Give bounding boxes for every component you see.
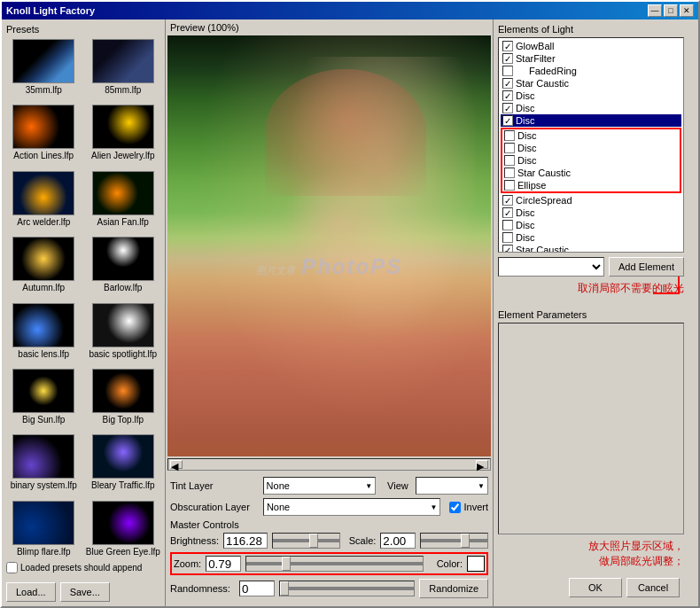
tint-layer-label: Tint Layer [170,480,259,491]
scale-input[interactable] [380,533,416,549]
tint-layer-dropdown[interactable]: None ▼ [263,477,377,495]
preview-photo [167,35,491,456]
maximize-button[interactable]: □ [664,4,678,17]
element-checkbox[interactable] [504,130,515,141]
add-element-dropdown[interactable] [498,257,604,277]
element-item-glowball[interactable]: ✓ GlowBall [501,40,681,52]
element-item-disc5[interactable]: Disc [502,142,680,154]
element-item-starcaustic3[interactable]: ✓ Star Caustic [501,244,681,253]
element-checkbox[interactable] [504,143,515,153]
element-checkbox[interactable] [502,232,513,243]
randomness-slider[interactable] [279,581,415,596]
invert-checkbox[interactable] [449,502,461,513]
element-checkbox[interactable]: ✓ [502,115,513,126]
element-checkbox[interactable] [504,180,515,191]
element-item-disc7[interactable]: ✓ Disc [501,207,681,219]
loaded-presets-checkbox[interactable] [6,562,18,573]
element-checkbox[interactable] [502,66,513,76]
element-checkbox[interactable] [504,155,515,166]
preset-item[interactable]: Barlow.lfp [86,237,161,298]
preset-item[interactable]: Big Top.lfp [86,369,161,430]
element-checkbox[interactable]: ✓ [502,103,513,113]
preset-item[interactable]: Bleary Traffic.lfp [86,434,161,495]
randomize-button[interactable]: Randomize [419,579,488,598]
ok-button[interactable]: OK [569,578,622,597]
zoom-input[interactable] [206,556,241,572]
element-item-disc9[interactable]: Disc [501,231,681,244]
preset-name: Barlow.lfp [104,283,142,292]
element-checkbox[interactable]: ✓ [502,90,513,101]
element-item-disc4[interactable]: Disc [502,129,680,142]
add-element-button[interactable]: Add Element [609,257,684,277]
preset-item[interactable]: basic spotlight.lfp [86,303,161,364]
view-dropdown[interactable]: ▼ [416,477,488,495]
zoom-slider[interactable] [245,556,423,572]
element-name: Disc [517,155,536,166]
scroll-left-btn[interactable]: ◀ [170,460,183,469]
preset-item[interactable]: Action Lines.lfp [6,105,82,166]
element-name: Disc [516,232,534,243]
preview-scrollbar-h[interactable]: ◀ ▶ [167,458,491,471]
preset-item[interactable]: Blue Green Eye.lfp [86,501,161,562]
preset-name: Action Lines.lfp [13,151,74,160]
brightness-label: Brightness: [170,535,219,546]
load-button[interactable]: Load... [6,582,56,602]
element-params-box [498,323,684,534]
preset-name: Asian Fan.lfp [97,217,149,227]
element-checkbox[interactable]: ✓ [502,207,513,218]
preset-item[interactable]: basic lens.lfp [6,303,82,364]
element-checkbox[interactable] [502,220,513,230]
preview-header: Preview (100%) [166,19,493,35]
element-item-starfilter[interactable]: ✓ StarFilter [501,52,681,65]
preset-item[interactable]: Arc welder.lfp [6,171,82,232]
cancel-flare-annotation: 取消局部不需要的眩光 [498,281,684,296]
element-item-disc1[interactable]: ✓ Disc [501,90,681,102]
close-button[interactable]: ✕ [680,4,694,17]
element-item-disc3[interactable]: ✓ Disc [501,114,681,127]
obscuration-dropdown[interactable]: None ▼ [263,498,441,516]
element-checkbox[interactable]: ✓ [502,41,513,51]
save-button[interactable]: Save... [60,582,110,602]
preset-item[interactable]: 85mm.lfp [86,39,161,100]
brightness-slider[interactable] [272,533,340,549]
element-item-starcaustic1[interactable]: ✓ Star Caustic [501,77,681,90]
scroll-right-btn[interactable]: ▶ [476,460,488,469]
element-item-disc2[interactable]: ✓ Disc [501,102,681,114]
preset-thumbnail [92,39,154,83]
element-item-ellipse[interactable]: Ellipse [502,179,680,191]
scale-slider[interactable] [420,533,488,549]
tint-layer-value: None [267,480,290,491]
preset-item[interactable]: Blimp flare.lfp [6,501,82,562]
preset-item[interactable]: binary system.lfp [6,434,82,495]
preset-thumbnail [12,303,74,347]
preset-item[interactable]: Autumn.lfp [6,237,82,298]
loaded-presets-row: Loaded presets should append [6,562,160,573]
minimize-button[interactable]: — [648,4,662,17]
element-item-fadedring[interactable]: FadedRing [501,65,681,77]
color-picker[interactable] [467,556,485,572]
element-name: GlowBall [516,41,554,51]
randomness-input[interactable] [239,581,275,596]
cancel-button[interactable]: Cancel [626,578,680,597]
element-item-starcaustic2[interactable]: Star Caustic [502,167,680,179]
element-item-disc6[interactable]: Disc [502,154,680,167]
preset-item[interactable]: Big Sun.lfp [6,369,82,430]
element-checkbox[interactable]: ✓ [502,78,513,89]
preset-name: Arc welder.lfp [17,217,70,227]
element-item-disc8[interactable]: Disc [501,219,681,231]
element-name: StarFilter [516,53,556,64]
element-checkbox[interactable] [504,168,515,178]
preset-item[interactable]: Asian Fan.lfp [86,171,161,232]
preset-thumbnail [12,434,74,479]
preset-name: 85mm.lfp [105,85,141,95]
element-item-circlespread[interactable]: ✓ CircleSpread [501,194,681,207]
brightness-input[interactable] [223,533,268,549]
preset-name: basic lens.lfp [18,349,69,359]
preset-item[interactable]: 35mm.lfp [6,39,82,100]
preset-item[interactable]: Alien Jewelry.lfp [86,105,161,166]
zoom-annotation: 放大照片显示区域，做局部眩光调整； [498,539,684,569]
element-checkbox[interactable]: ✓ [502,195,513,206]
presets-label: Presets [6,24,160,35]
element-checkbox[interactable]: ✓ [502,245,513,253]
element-checkbox[interactable]: ✓ [502,53,513,64]
